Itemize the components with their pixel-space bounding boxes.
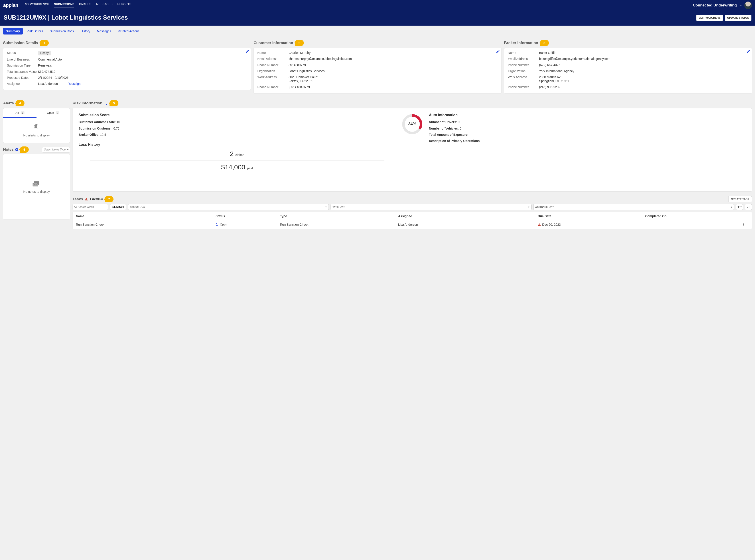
loss-heading: Loss History bbox=[79, 142, 396, 147]
primary-ops-val: : bbox=[480, 139, 480, 143]
status-badge: Ready bbox=[38, 51, 51, 55]
callout-4: 4 bbox=[16, 100, 24, 106]
alerts-tab-all[interactable]: All 0 bbox=[3, 108, 37, 118]
callout-2: 2 bbox=[295, 40, 304, 46]
c-value-email: charlesmurphy@example.lobotlinguistics.c… bbox=[289, 57, 497, 61]
create-task-button[interactable]: CREATE TASK bbox=[728, 196, 752, 202]
tab-messages[interactable]: Messages bbox=[94, 28, 114, 35]
b-addr-l1: 2838 Mauris Av. bbox=[539, 75, 561, 79]
tab-summary[interactable]: Summary bbox=[3, 28, 23, 35]
notes-heading: Notes bbox=[3, 147, 14, 152]
callout-5: 5 bbox=[110, 100, 118, 106]
c-label-phone: Phone Number bbox=[257, 63, 289, 67]
exposure-val: : bbox=[468, 133, 468, 136]
nav-my-workbench[interactable]: MY WORKBENCH bbox=[25, 2, 49, 8]
edit-icon[interactable] bbox=[245, 49, 249, 54]
tab-history[interactable]: History bbox=[78, 28, 93, 35]
risk-heading: Risk Information bbox=[73, 101, 102, 106]
c-label-addr: Work Address bbox=[257, 75, 289, 83]
value-lob: Commercial Auto bbox=[38, 57, 247, 61]
tasks-search-input[interactable] bbox=[77, 205, 106, 209]
c-value-phone2: (851) 488-0779 bbox=[289, 85, 497, 89]
nav-reports[interactable]: REPORTS bbox=[117, 2, 131, 8]
row-type: Run Sanction Check bbox=[280, 223, 398, 226]
edit-watchers-button[interactable]: EDIT WATCHERS bbox=[696, 15, 723, 21]
b-value-name[interactable]: Baker Griffin bbox=[539, 51, 748, 55]
nav-messages[interactable]: MESSAGES bbox=[96, 2, 113, 8]
select-notes-type[interactable]: Select Notes Type bbox=[42, 147, 70, 153]
callout-3: 3 bbox=[540, 40, 549, 46]
chevron-down-icon[interactable]: ▼ bbox=[740, 4, 742, 7]
alerts-heading: Alerts bbox=[3, 101, 14, 106]
customer-info-section: Customer Information 2 Name Charles Murp… bbox=[254, 38, 501, 93]
broker-info-section: Broker Information 3 Name Baker Griffin … bbox=[504, 38, 752, 93]
score-state-val: : 15 bbox=[115, 120, 120, 124]
update-status-button[interactable]: UPDATE STATUS bbox=[725, 15, 751, 21]
nav-submissions[interactable]: SUBMISSIONS bbox=[54, 2, 74, 8]
vehicles-label: Number of Vehicles bbox=[429, 127, 458, 130]
col-due-date[interactable]: Due Date bbox=[538, 214, 645, 218]
c-label-org: Organization bbox=[257, 69, 289, 73]
nav-parties[interactable]: PARTIES bbox=[79, 2, 91, 8]
col-assignee-label: Assignee bbox=[398, 214, 412, 218]
table-row[interactable]: Run Sanction Check Open Run Sanction Che… bbox=[73, 220, 752, 229]
filter-status-val: Any bbox=[141, 205, 145, 209]
alerts-tab-all-label: All bbox=[15, 111, 19, 114]
row-assignee: Lisa Anderson bbox=[398, 223, 538, 226]
tab-related-actions[interactable]: Related Actions bbox=[115, 28, 142, 35]
claims-word: claims bbox=[235, 153, 244, 157]
b-value-phone2: (245) 995-9232 bbox=[539, 85, 748, 89]
alerts-all-count: 0 bbox=[21, 111, 24, 114]
tasks-section: Tasks 1 Overdue 7 CREATE TASK bbox=[73, 196, 752, 229]
primary-ops-label: Description of Primary Operations bbox=[429, 139, 480, 143]
col-completed[interactable]: Completed On bbox=[645, 214, 742, 218]
filter-assignee[interactable]: ASSIGNEE Any bbox=[533, 204, 734, 210]
c-label-name: Name bbox=[257, 51, 289, 55]
record-tabs: Summary Risk Details Submission Docs His… bbox=[0, 26, 755, 35]
alerts-tab-open[interactable]: Open 0 bbox=[37, 108, 69, 118]
score-gauge: 34% bbox=[402, 114, 422, 134]
claims-num: 2 bbox=[230, 150, 234, 157]
callout-1: 1 bbox=[40, 40, 49, 46]
col-type[interactable]: Type bbox=[280, 214, 398, 218]
edit-icon[interactable] bbox=[746, 49, 750, 54]
tasks-search-button[interactable]: SEARCH bbox=[110, 204, 126, 210]
row-name: Run Sanction Check bbox=[76, 223, 216, 226]
callout-6: 6 bbox=[20, 146, 29, 153]
paid-word: paid bbox=[247, 166, 253, 170]
envelope-stack-icon bbox=[32, 180, 41, 187]
refresh-button[interactable] bbox=[745, 204, 752, 210]
alerts-section: Alerts 4 All 0 Open 0 bbox=[3, 98, 70, 143]
col-status[interactable]: Status bbox=[216, 214, 280, 218]
col-name[interactable]: Name bbox=[76, 214, 216, 218]
filter-type[interactable]: TYPE Any bbox=[331, 204, 531, 210]
paid-num: $14,000 bbox=[221, 163, 245, 171]
tab-submission-docs[interactable]: Submission Docs bbox=[47, 28, 77, 35]
b-label-addr: Work Address bbox=[508, 75, 539, 83]
tab-risk-details[interactable]: Risk Details bbox=[24, 28, 46, 35]
filter-status-label: STATUS bbox=[130, 205, 139, 208]
col-assignee[interactable]: Assignee ↑ bbox=[398, 214, 538, 218]
tasks-table: Name Status Type Assignee ↑ Due Date Com… bbox=[73, 212, 752, 229]
alerts-open-count: 0 bbox=[56, 111, 59, 114]
c-value-org[interactable]: Lobot Linguistics Services bbox=[289, 69, 497, 73]
b-value-org[interactable]: York International Agency bbox=[539, 69, 748, 73]
filter-button[interactable]: ▾ bbox=[736, 204, 743, 210]
expand-icon[interactable] bbox=[104, 101, 108, 105]
filter-status[interactable]: STATUS Any bbox=[128, 204, 329, 210]
broker-info-heading: Broker Information bbox=[504, 41, 538, 45]
label-dates: Proposed Dates bbox=[7, 76, 38, 80]
avatar[interactable] bbox=[744, 2, 752, 9]
score-state-label: Customer Address State bbox=[79, 120, 115, 124]
environment-name[interactable]: Connected Underwriting bbox=[693, 3, 737, 8]
b-label-phone: Phone Number bbox=[508, 63, 539, 67]
edit-icon[interactable] bbox=[496, 49, 500, 54]
b-label-org: Organization bbox=[508, 69, 539, 73]
sort-asc-icon: ↑ bbox=[414, 215, 416, 218]
submission-details-heading: Submission Details bbox=[3, 41, 38, 45]
app-logo: appian bbox=[3, 2, 18, 9]
tasks-search[interactable] bbox=[73, 204, 108, 210]
row-menu-icon[interactable]: ⋮ bbox=[742, 223, 749, 226]
reassign-link[interactable]: Reassign bbox=[68, 82, 81, 85]
submission-details-section: Submission Details 1 Status Ready Line o… bbox=[3, 38, 251, 93]
